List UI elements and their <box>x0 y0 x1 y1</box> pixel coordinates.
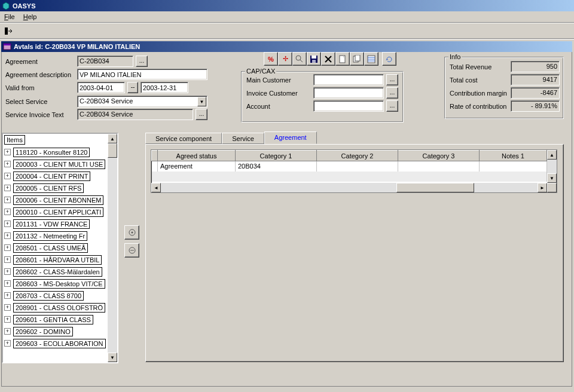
expand-icon[interactable]: + <box>4 328 11 335</box>
list-item[interactable]: +209602 - DOMINO <box>4 326 106 337</box>
field-account[interactable] <box>313 100 384 112</box>
expand-icon[interactable]: + <box>4 316 11 323</box>
tree-node-label: 201132 - Netmeeting Fr <box>13 231 87 241</box>
col-category-1[interactable]: Category 1 <box>236 151 317 161</box>
col-category-2[interactable]: Category 2 <box>317 151 398 161</box>
list-item[interactable]: +200010 - CLIENT APPLICATI <box>4 206 106 218</box>
tree-node-label: 209601 - GENTIA CLASS <box>13 315 93 324</box>
scroll-up-icon[interactable]: ▲ <box>547 150 557 160</box>
field-invoice-customer[interactable] <box>313 87 384 99</box>
list-item[interactable]: +208501 - CLASS UMEÅ <box>4 242 106 253</box>
refresh-icon[interactable] <box>382 52 396 66</box>
list-item[interactable]: +118120 - Konsulter 8120 <box>4 146 106 158</box>
tree-node-label: 200005 - CLIENT RFS <box>13 183 84 193</box>
field-valid-to[interactable] <box>141 82 188 93</box>
expand-icon[interactable]: + <box>4 292 11 299</box>
browse-invoice-customer-button[interactable]: ... <box>386 87 398 99</box>
grid-hscroll[interactable]: ◄ ► <box>151 183 557 192</box>
tab-service[interactable]: Service <box>222 133 264 144</box>
label-description: Agreement description <box>5 71 71 78</box>
list-item[interactable]: +209603 - ECOLLABORATION <box>4 338 106 349</box>
expand-icon[interactable]: + <box>4 197 11 203</box>
scroll-down-icon[interactable]: ▼ <box>108 353 117 362</box>
items-tree[interactable]: Items +118120 - Konsulter 8120+200003 - … <box>3 134 108 362</box>
tree-heading: Items <box>4 135 25 145</box>
scroll-left-icon[interactable]: ◄ <box>151 183 161 192</box>
hscroll-thumb[interactable] <box>396 183 474 192</box>
expand-icon[interactable]: + <box>4 244 11 251</box>
field-description[interactable] <box>77 69 207 80</box>
col-category-3[interactable]: Category 3 <box>398 151 480 161</box>
list-item[interactable]: +209601 - GENTIA CLASS <box>4 314 106 325</box>
percent-icon[interactable]: % <box>264 52 278 66</box>
menu-help[interactable]: Help <box>19 12 41 22</box>
svg-rect-7 <box>312 56 316 59</box>
search-icon[interactable] <box>292 52 307 66</box>
scroll-thumb[interactable] <box>108 143 117 158</box>
field-service-invoice: C-20B034 Service <box>77 109 193 120</box>
gear-add-icon <box>128 228 136 237</box>
list-item[interactable]: +208901 - CLASS OLOFSTRÖ <box>4 302 106 313</box>
scroll-up-icon[interactable]: ▲ <box>108 134 117 143</box>
list-item[interactable]: +200003 - CLIENT MULTI USE <box>4 158 106 170</box>
expand-icon[interactable]: + <box>4 268 11 275</box>
expand-icon[interactable]: + <box>4 161 11 167</box>
add-item-button[interactable] <box>124 225 139 240</box>
expand-icon[interactable]: + <box>4 209 11 215</box>
child-title: Avtals id: C-20B034 VP MILANO ITALIEN <box>14 43 140 50</box>
list-item[interactable]: +201132 - Netmeeting Fr <box>4 230 106 241</box>
agreement-grid[interactable]: Agreed status Category 1 Category 2 Cate… <box>151 149 557 193</box>
grid-vscroll[interactable]: ▲ ▼ <box>547 150 557 183</box>
tab-service-component[interactable]: Service component <box>145 133 222 144</box>
expand-icon[interactable]: + <box>4 232 11 239</box>
scroll-right-icon[interactable]: ► <box>538 183 547 192</box>
exit-icon[interactable] <box>1 24 16 38</box>
label-main-customer: Main Customer <box>246 76 291 84</box>
browse-main-customer-button[interactable]: ... <box>386 74 398 85</box>
sparkle-icon[interactable]: ✢ <box>278 52 292 66</box>
list-item[interactable]: +200005 - CLIENT RFS <box>4 182 106 194</box>
expand-icon[interactable]: + <box>4 340 11 347</box>
select-service-dropdown[interactable]: C-20B034 Service ▼ <box>77 96 207 108</box>
list-item[interactable]: +208703 - CLASS 8700 <box>4 290 106 301</box>
tab-agreement[interactable]: Agreement <box>264 131 317 144</box>
tree-node-label: 200004 - CLIENT PRINT <box>13 172 90 181</box>
expand-icon[interactable]: + <box>4 256 11 263</box>
col-agreed-status[interactable]: Agreed status <box>158 151 236 161</box>
expand-icon[interactable]: + <box>4 304 11 311</box>
remove-item-button[interactable] <box>124 243 139 258</box>
valid-separator-button[interactable]: -- <box>127 82 138 93</box>
browse-service-invoice-button[interactable]: ... <box>196 109 207 120</box>
field-main-customer[interactable] <box>313 74 384 85</box>
copy-icon[interactable] <box>350 52 364 66</box>
expand-icon[interactable]: + <box>4 185 11 191</box>
col-notes-1[interactable]: Notes 1 <box>480 151 547 161</box>
list-item[interactable]: +208601 - HÅRDVARA UTBIL <box>4 254 106 265</box>
list-icon[interactable] <box>364 52 378 66</box>
tree-node-label: 209602 - DOMINO <box>13 327 73 336</box>
tree-scrollbar[interactable]: ▲ ▼ <box>108 134 117 362</box>
tree-node-label: 208901 - CLASS OLOFSTRÖ <box>13 303 105 313</box>
save-icon[interactable] <box>307 52 321 66</box>
browse-agreement-button[interactable]: ... <box>136 56 148 67</box>
table-row[interactable] <box>152 172 547 182</box>
delete-icon[interactable] <box>321 52 335 66</box>
menu-file[interactable]: File <box>0 12 19 22</box>
list-item[interactable]: +208602 - CLASS-Mälardalen <box>4 266 106 277</box>
value-rate: - 89.91% <box>511 100 560 112</box>
label-select-service: Select Service <box>5 98 47 105</box>
label-contribution-margin: Contribution margin <box>450 90 507 97</box>
expand-icon[interactable]: + <box>4 173 11 179</box>
table-row[interactable]: Agreement 20B034 <box>152 161 547 172</box>
expand-icon[interactable]: + <box>4 280 11 287</box>
list-item[interactable]: +200006 - CLIENT ABONNEM <box>4 194 106 206</box>
list-item[interactable]: +200004 - CLIENT PRINT <box>4 170 106 182</box>
browse-account-button[interactable]: ... <box>386 100 398 112</box>
list-item[interactable]: +208603 - MS-Desktop VIT/CE <box>4 278 106 289</box>
scroll-down-icon[interactable]: ▼ <box>547 173 557 183</box>
field-valid-from[interactable] <box>77 82 125 93</box>
list-item[interactable]: +201131 - VDW FRANCE <box>4 218 106 229</box>
new-icon[interactable] <box>335 52 350 66</box>
expand-icon[interactable]: + <box>4 149 11 155</box>
expand-icon[interactable]: + <box>4 220 11 227</box>
